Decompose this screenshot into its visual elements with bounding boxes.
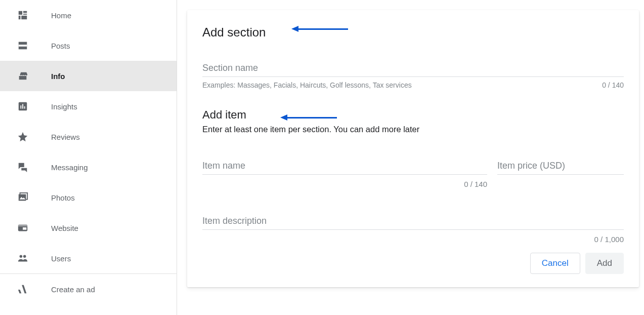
dialog-title: Add section	[202, 25, 624, 40]
sidebar-item-website[interactable]: Website	[0, 213, 177, 243]
dashboard-icon	[17, 9, 29, 21]
section-name-examples: Examples: Massages, Facials, Haircuts, G…	[202, 81, 412, 89]
sidebar-item-users[interactable]: Users	[0, 243, 177, 273]
add-section-dialog: Add section Examples: Massages, Facials,…	[187, 10, 639, 287]
section-name-field	[202, 60, 624, 77]
chat-icon	[17, 161, 29, 173]
sidebar-item-posts[interactable]: Posts	[0, 30, 177, 61]
chart-icon	[17, 100, 29, 112]
svg-rect-14	[18, 225, 27, 227]
item-name-counter: 0 / 140	[202, 180, 487, 188]
sidebar-item-photos[interactable]: Photos	[0, 182, 177, 213]
svg-rect-8	[20, 105, 21, 108]
svg-rect-6	[19, 45, 27, 47]
sidebar-item-reviews[interactable]: Reviews	[0, 122, 177, 152]
sidebar: Home Posts Info Insights Reviews Messagi…	[0, 0, 177, 315]
sidebar-item-label: Website	[51, 224, 78, 232]
sidebar-item-label: Create an ad	[51, 285, 95, 294]
sidebar-item-label: Posts	[51, 42, 70, 50]
add-button[interactable]: Add	[585, 253, 624, 274]
item-price-input[interactable]	[497, 158, 624, 175]
svg-rect-9	[22, 104, 23, 108]
sidebar-item-insights[interactable]: Insights	[0, 91, 177, 122]
posts-icon	[17, 40, 29, 52]
item-name-field	[202, 158, 487, 175]
sidebar-item-label: Home	[51, 11, 71, 20]
sidebar-item-label: Insights	[51, 102, 77, 111]
photo-icon	[17, 191, 29, 204]
item-description-counter: 0 / 1,000	[202, 235, 624, 244]
section-name-input[interactable]	[202, 60, 624, 77]
sidebar-item-label: Users	[51, 254, 71, 263]
sidebar-item-label: Messaging	[51, 163, 88, 172]
svg-rect-1	[23, 11, 27, 13]
ad-icon	[17, 283, 29, 295]
users-icon	[17, 252, 29, 264]
sidebar-item-info[interactable]: Info	[0, 61, 177, 91]
add-item-desc: Enter at least one item per section. You…	[202, 125, 624, 134]
star-icon	[17, 131, 29, 143]
svg-rect-3	[19, 16, 21, 19]
svg-point-17	[23, 255, 26, 258]
svg-point-16	[20, 255, 23, 258]
svg-rect-15	[23, 227, 26, 230]
sidebar-item-create-ad[interactable]: Create an ad	[0, 274, 177, 304]
storefront-icon	[17, 70, 29, 82]
section-name-counter: 0 / 140	[602, 81, 624, 89]
item-description-input[interactable]	[202, 213, 624, 230]
sidebar-item-home[interactable]: Home	[0, 0, 177, 30]
add-item-title: Add item	[202, 108, 624, 122]
website-icon	[17, 222, 29, 234]
sidebar-item-label: Info	[51, 72, 65, 81]
item-description-field	[202, 213, 624, 230]
item-name-input[interactable]	[202, 158, 487, 175]
cancel-button[interactable]: Cancel	[530, 253, 580, 274]
sidebar-item-label: Photos	[51, 193, 75, 202]
sidebar-item-label: Reviews	[51, 133, 80, 141]
svg-rect-10	[24, 106, 25, 109]
svg-rect-4	[21, 16, 27, 19]
svg-rect-2	[23, 14, 27, 15]
svg-rect-0	[19, 11, 22, 15]
sidebar-item-messaging[interactable]: Messaging	[0, 152, 177, 182]
item-price-field	[497, 158, 624, 175]
